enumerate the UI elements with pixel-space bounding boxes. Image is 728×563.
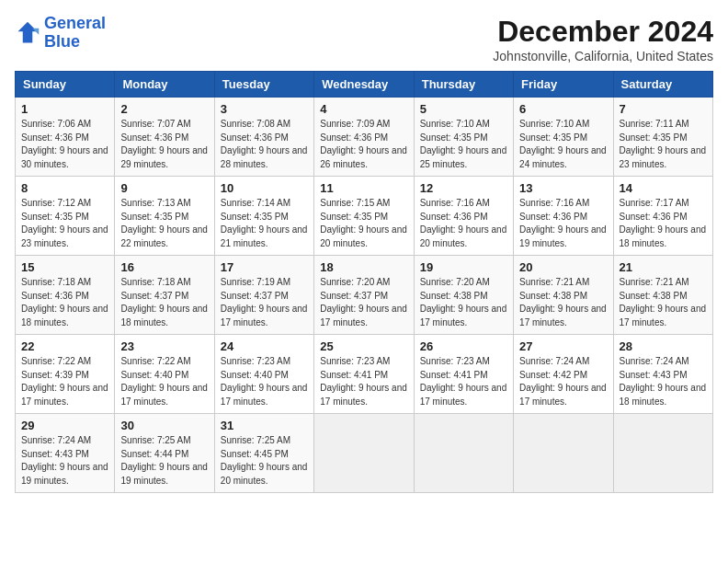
day-detail: Sunrise: 7:23 AM Sunset: 4:40 PM Dayligh… bbox=[221, 355, 308, 408]
day-number: 21 bbox=[620, 260, 707, 274]
location-subtitle: Johnstonville, California, United States bbox=[493, 49, 713, 63]
day-number: 16 bbox=[120, 260, 208, 274]
title-block: December 2024 Johnstonville, California,… bbox=[493, 15, 713, 63]
day-detail: Sunrise: 7:24 AM Sunset: 4:43 PM Dayligh… bbox=[21, 434, 108, 488]
weekday-header-thursday: Thursday bbox=[414, 72, 513, 98]
day-detail: Sunrise: 7:25 AM Sunset: 4:45 PM Dayligh… bbox=[221, 434, 308, 488]
calendar-cell: 18 Sunrise: 7:20 AM Sunset: 4:37 PM Dayl… bbox=[314, 256, 414, 335]
day-detail: Sunrise: 7:08 AM Sunset: 4:36 PM Dayligh… bbox=[221, 118, 308, 171]
calendar-cell: 3 Sunrise: 7:08 AM Sunset: 4:36 PM Dayli… bbox=[214, 98, 313, 177]
day-detail: Sunrise: 7:25 AM Sunset: 4:44 PM Dayligh… bbox=[120, 434, 208, 488]
weekday-header-row: SundayMondayTuesdayWednesdayThursdayFrid… bbox=[16, 72, 713, 98]
calendar-cell bbox=[514, 414, 613, 493]
day-detail: Sunrise: 7:10 AM Sunset: 4:35 PM Dayligh… bbox=[519, 118, 607, 171]
day-number: 12 bbox=[420, 181, 507, 195]
weekday-header-wednesday: Wednesday bbox=[314, 72, 414, 98]
day-number: 11 bbox=[320, 181, 407, 195]
day-detail: Sunrise: 7:14 AM Sunset: 4:35 PM Dayligh… bbox=[221, 197, 308, 250]
calendar-cell: 1 Sunrise: 7:06 AM Sunset: 4:36 PM Dayli… bbox=[16, 98, 115, 177]
weekday-header-tuesday: Tuesday bbox=[214, 72, 313, 98]
month-title: December 2024 bbox=[493, 15, 713, 49]
calendar-cell bbox=[414, 414, 513, 493]
logo-general: General bbox=[44, 14, 106, 32]
week-row-3: 15 Sunrise: 7:18 AM Sunset: 4:36 PM Dayl… bbox=[16, 256, 713, 335]
calendar-cell bbox=[613, 414, 712, 493]
day-detail: Sunrise: 7:19 AM Sunset: 4:37 PM Dayligh… bbox=[221, 276, 308, 329]
svg-marker-0 bbox=[18, 22, 38, 43]
day-number: 29 bbox=[21, 419, 108, 432]
calendar-cell: 17 Sunrise: 7:19 AM Sunset: 4:37 PM Dayl… bbox=[214, 256, 313, 335]
day-detail: Sunrise: 7:18 AM Sunset: 4:36 PM Dayligh… bbox=[21, 276, 108, 329]
calendar-cell bbox=[314, 414, 414, 493]
day-detail: Sunrise: 7:11 AM Sunset: 4:35 PM Dayligh… bbox=[620, 118, 707, 171]
day-number: 28 bbox=[620, 339, 707, 353]
calendar-cell: 14 Sunrise: 7:17 AM Sunset: 4:36 PM Dayl… bbox=[613, 177, 712, 256]
day-number: 3 bbox=[221, 102, 308, 116]
weekday-header-saturday: Saturday bbox=[613, 72, 712, 98]
day-number: 10 bbox=[221, 181, 308, 195]
day-detail: Sunrise: 7:21 AM Sunset: 4:38 PM Dayligh… bbox=[519, 276, 607, 329]
calendar-cell: 31 Sunrise: 7:25 AM Sunset: 4:45 PM Dayl… bbox=[214, 414, 313, 493]
calendar-cell: 11 Sunrise: 7:15 AM Sunset: 4:35 PM Dayl… bbox=[314, 177, 414, 256]
page-header: General Blue December 2024 Johnstonville… bbox=[15, 15, 713, 63]
calendar-cell: 19 Sunrise: 7:20 AM Sunset: 4:38 PM Dayl… bbox=[414, 256, 513, 335]
day-detail: Sunrise: 7:10 AM Sunset: 4:35 PM Dayligh… bbox=[420, 118, 507, 171]
calendar-cell: 28 Sunrise: 7:24 AM Sunset: 4:43 PM Dayl… bbox=[613, 335, 712, 414]
calendar-cell: 2 Sunrise: 7:07 AM Sunset: 4:36 PM Dayli… bbox=[115, 98, 214, 177]
day-number: 2 bbox=[120, 102, 208, 116]
day-number: 26 bbox=[420, 339, 507, 353]
day-detail: Sunrise: 7:23 AM Sunset: 4:41 PM Dayligh… bbox=[420, 355, 507, 408]
calendar-cell: 26 Sunrise: 7:23 AM Sunset: 4:41 PM Dayl… bbox=[414, 335, 513, 414]
calendar-cell: 21 Sunrise: 7:21 AM Sunset: 4:38 PM Dayl… bbox=[613, 256, 712, 335]
calendar-cell: 5 Sunrise: 7:10 AM Sunset: 4:35 PM Dayli… bbox=[414, 98, 513, 177]
calendar-cell: 27 Sunrise: 7:24 AM Sunset: 4:42 PM Dayl… bbox=[514, 335, 613, 414]
weekday-header-friday: Friday bbox=[514, 72, 613, 98]
day-number: 17 bbox=[221, 260, 308, 274]
day-number: 18 bbox=[320, 260, 407, 274]
calendar-table: SundayMondayTuesdayWednesdayThursdayFrid… bbox=[15, 71, 713, 493]
calendar-cell: 25 Sunrise: 7:23 AM Sunset: 4:41 PM Dayl… bbox=[314, 335, 414, 414]
calendar-cell: 6 Sunrise: 7:10 AM Sunset: 4:35 PM Dayli… bbox=[514, 98, 613, 177]
day-number: 31 bbox=[221, 419, 308, 432]
day-detail: Sunrise: 7:17 AM Sunset: 4:36 PM Dayligh… bbox=[620, 197, 707, 250]
day-detail: Sunrise: 7:07 AM Sunset: 4:36 PM Dayligh… bbox=[120, 118, 208, 171]
calendar-cell: 7 Sunrise: 7:11 AM Sunset: 4:35 PM Dayli… bbox=[613, 98, 712, 177]
calendar-cell: 16 Sunrise: 7:18 AM Sunset: 4:37 PM Dayl… bbox=[115, 256, 214, 335]
calendar-cell: 13 Sunrise: 7:16 AM Sunset: 4:36 PM Dayl… bbox=[514, 177, 613, 256]
day-number: 15 bbox=[21, 260, 108, 274]
day-number: 13 bbox=[519, 181, 607, 195]
logo-icon bbox=[15, 20, 40, 46]
day-detail: Sunrise: 7:24 AM Sunset: 4:42 PM Dayligh… bbox=[519, 355, 607, 408]
day-detail: Sunrise: 7:18 AM Sunset: 4:37 PM Dayligh… bbox=[120, 276, 208, 329]
calendar-cell: 30 Sunrise: 7:25 AM Sunset: 4:44 PM Dayl… bbox=[115, 414, 214, 493]
week-row-1: 1 Sunrise: 7:06 AM Sunset: 4:36 PM Dayli… bbox=[16, 98, 713, 177]
weekday-header-sunday: Sunday bbox=[16, 72, 115, 98]
week-row-2: 8 Sunrise: 7:12 AM Sunset: 4:35 PM Dayli… bbox=[16, 177, 713, 256]
day-number: 6 bbox=[519, 102, 607, 116]
day-detail: Sunrise: 7:24 AM Sunset: 4:43 PM Dayligh… bbox=[620, 355, 707, 408]
day-number: 20 bbox=[519, 260, 607, 274]
day-number: 23 bbox=[120, 339, 208, 353]
day-detail: Sunrise: 7:09 AM Sunset: 4:36 PM Dayligh… bbox=[320, 118, 407, 171]
day-number: 8 bbox=[21, 181, 108, 195]
calendar-cell: 8 Sunrise: 7:12 AM Sunset: 4:35 PM Dayli… bbox=[16, 177, 115, 256]
day-number: 4 bbox=[320, 102, 407, 116]
week-row-5: 29 Sunrise: 7:24 AM Sunset: 4:43 PM Dayl… bbox=[16, 414, 713, 493]
calendar-cell: 4 Sunrise: 7:09 AM Sunset: 4:36 PM Dayli… bbox=[314, 98, 414, 177]
day-detail: Sunrise: 7:16 AM Sunset: 4:36 PM Dayligh… bbox=[519, 197, 607, 250]
calendar-cell: 23 Sunrise: 7:22 AM Sunset: 4:40 PM Dayl… bbox=[115, 335, 214, 414]
calendar-cell: 29 Sunrise: 7:24 AM Sunset: 4:43 PM Dayl… bbox=[16, 414, 115, 493]
day-detail: Sunrise: 7:22 AM Sunset: 4:39 PM Dayligh… bbox=[21, 355, 108, 408]
day-number: 7 bbox=[620, 102, 707, 116]
day-number: 14 bbox=[620, 181, 707, 195]
day-detail: Sunrise: 7:21 AM Sunset: 4:38 PM Dayligh… bbox=[620, 276, 707, 329]
calendar-cell: 20 Sunrise: 7:21 AM Sunset: 4:38 PM Dayl… bbox=[514, 256, 613, 335]
day-number: 19 bbox=[420, 260, 507, 274]
calendar-cell: 9 Sunrise: 7:13 AM Sunset: 4:35 PM Dayli… bbox=[115, 177, 214, 256]
day-detail: Sunrise: 7:22 AM Sunset: 4:40 PM Dayligh… bbox=[120, 355, 208, 408]
day-detail: Sunrise: 7:16 AM Sunset: 4:36 PM Dayligh… bbox=[420, 197, 507, 250]
day-number: 5 bbox=[420, 102, 507, 116]
day-detail: Sunrise: 7:20 AM Sunset: 4:37 PM Dayligh… bbox=[320, 276, 407, 329]
day-number: 25 bbox=[320, 339, 407, 353]
day-number: 9 bbox=[120, 181, 208, 195]
